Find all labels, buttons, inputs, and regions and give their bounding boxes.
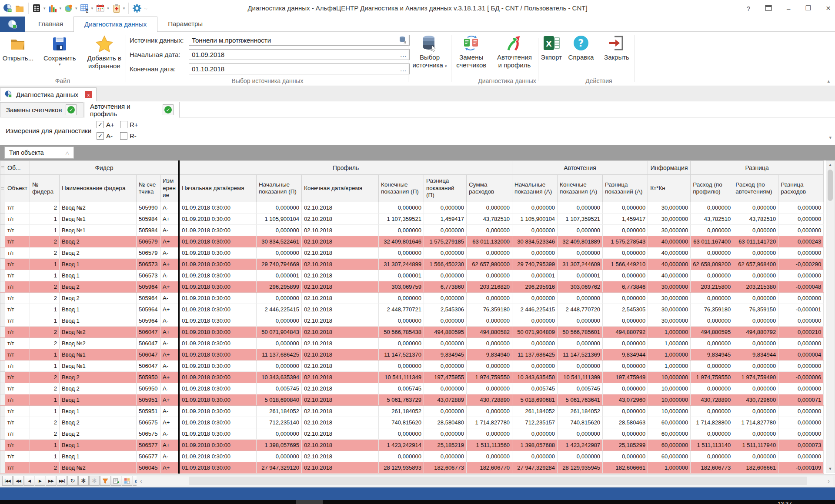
cell[interactable]: 0,005745 [379, 383, 424, 394]
cell[interactable]: 1 398,057695 [257, 440, 302, 451]
column-header[interactable]: Кт*Кн [648, 175, 691, 202]
column-header[interactable]: Разница показаний (А) [603, 175, 648, 202]
column-header[interactable]: Разница расходов [778, 175, 824, 202]
cell[interactable]: 01.09.2018 0:30:00 [179, 462, 257, 474]
cell[interactable]: Ввод №1 [60, 349, 137, 360]
cell[interactable]: 01.09.2018 0:30:00 [179, 304, 257, 315]
cell[interactable]: 01.09.2018 0:30:00 [179, 338, 257, 349]
cell[interactable]: 0,000000 [467, 293, 512, 304]
cell[interactable]: 0,000000 [733, 247, 778, 259]
cell[interactable]: 1,000000 [648, 462, 691, 474]
cell[interactable]: 11 147,521369 [558, 349, 603, 360]
cell[interactable]: 30,000000 [648, 304, 691, 315]
cell[interactable]: 63 011,141720 [733, 236, 778, 247]
cell[interactable]: 0,000000 [558, 428, 603, 440]
column-group-header[interactable]: Авточтения [512, 161, 648, 175]
cell[interactable]: 430,729600 [733, 394, 778, 406]
cell[interactable]: 203,215380 [733, 281, 778, 293]
cell[interactable]: 0,000000 [424, 202, 467, 214]
cell[interactable]: 10 343,635394 [257, 372, 302, 383]
cell[interactable]: 494,880792 [603, 327, 648, 338]
cell[interactable]: 29 740,795399 [512, 259, 558, 270]
cell[interactable]: 0,000000 [512, 428, 558, 440]
cell[interactable]: т/т [5, 349, 30, 360]
cell[interactable]: A+ [160, 417, 179, 428]
cell[interactable]: 1 105,900104 [257, 214, 302, 225]
cell[interactable]: 0,000000 [424, 428, 467, 440]
cell[interactable]: 43,072960 [603, 394, 648, 406]
cell[interactable]: 494,880582 [467, 327, 512, 338]
horizontal-scrollbar[interactable]: ‹ › [137, 476, 833, 486]
cell[interactable]: 0,000000 [603, 225, 648, 236]
taskbar-app-button[interactable] [296, 500, 323, 504]
cell[interactable]: 01.09.2018 0:30:00 [179, 236, 257, 247]
cell[interactable]: 43,072889 [424, 394, 467, 406]
cell[interactable]: 2 446,225415 [512, 304, 558, 315]
cell[interactable]: 0,000000 [257, 293, 302, 304]
cell[interactable]: A+ [160, 259, 179, 270]
cell[interactable]: 1 [30, 406, 60, 417]
cell[interactable]: 02.10.2018 [302, 236, 379, 247]
cell[interactable]: 0,000000 [379, 338, 424, 349]
cell[interactable]: 0,000000 [512, 315, 558, 327]
cell[interactable]: 182,606773 [691, 462, 733, 474]
cell[interactable]: 29 740,794669 [257, 259, 302, 270]
column-header[interactable]: Начальные показания (А) [512, 175, 558, 202]
table-row[interactable]: т/т1Ввод №1506047A+01.09.2018 0:30:0011 … [0, 349, 824, 360]
column-header[interactable]: Начальные показания (П) [257, 175, 302, 202]
cell[interactable]: 1 566,450230 [424, 259, 467, 270]
cell[interactable]: 9,834945 [424, 349, 467, 360]
cell[interactable]: 0,000000 [603, 428, 648, 440]
cell[interactable]: 0,000000 [733, 428, 778, 440]
row-indicator[interactable] [0, 259, 5, 270]
cell[interactable]: 2 [30, 236, 60, 247]
nav-refresh-button[interactable]: ↻ [67, 476, 78, 486]
cell[interactable]: 1 [30, 440, 60, 451]
cell[interactable]: 506045 [137, 462, 160, 474]
row-indicator[interactable] [0, 360, 5, 372]
cell[interactable]: 50 566,785601 [558, 327, 603, 338]
cell[interactable]: 02.10.2018 [302, 417, 379, 428]
cell[interactable]: 303,069759 [379, 281, 424, 293]
cell[interactable]: 0,000000 [733, 360, 778, 372]
table-row[interactable]: т/т2Ввод №2505990A-01.09.2018 0:30:000,0… [0, 202, 824, 214]
cell[interactable]: 0,000000 [424, 247, 467, 259]
cell[interactable]: 261,184052 [512, 406, 558, 417]
tab-parametry[interactable]: Параметры [157, 17, 213, 32]
cell[interactable]: 1 [30, 394, 60, 406]
table-row[interactable]: т/т2Ввод 2506579A+01.09.2018 0:30:0030 8… [0, 236, 824, 247]
cell[interactable]: A- [160, 202, 179, 214]
cell[interactable]: 76,359180 [691, 304, 733, 315]
cell[interactable]: 30,000000 [648, 281, 691, 293]
cell[interactable]: 261,184052 [379, 406, 424, 417]
cell[interactable]: 01.09.2018 0:30:00 [179, 383, 257, 394]
cell[interactable]: 2 [30, 338, 60, 349]
cell[interactable]: 0,000000 [512, 360, 558, 372]
cell[interactable]: 0,000243 [778, 236, 824, 247]
cell[interactable]: 506047 [137, 338, 160, 349]
cell[interactable]: 0,000000 [467, 383, 512, 394]
cell[interactable]: 506573 [137, 259, 160, 270]
cell[interactable]: 0,000000 [733, 315, 778, 327]
cell[interactable]: 0,000000 [691, 225, 733, 236]
cell[interactable]: 0,000000 [512, 293, 558, 304]
cell[interactable]: A- [160, 383, 179, 394]
source-select-button[interactable]: Выбористочника ▾ [409, 32, 451, 75]
document-tab-close-icon[interactable]: x [85, 91, 92, 98]
start-date-picker-button[interactable]: ... [400, 51, 407, 58]
row-indicator[interactable] [0, 349, 5, 360]
cell[interactable]: Ввод 2 [60, 372, 137, 383]
cell[interactable]: 40,000000 [648, 259, 691, 270]
horizontal-scroll-thumb[interactable] [189, 477, 807, 485]
cell[interactable]: 494,880792 [733, 327, 778, 338]
row-indicator[interactable] [0, 247, 5, 259]
table-row[interactable]: т/т2Ввод 2505950A-01.09.2018 0:30:000,00… [0, 383, 824, 394]
cell[interactable]: т/т [5, 451, 30, 462]
cell[interactable]: A- [160, 406, 179, 417]
row-indicator[interactable] [0, 428, 5, 440]
cell[interactable]: 30,000000 [648, 315, 691, 327]
cell[interactable]: т/т [5, 428, 30, 440]
cell[interactable]: 1 398,057688 [512, 440, 558, 451]
cell[interactable]: A+ [160, 394, 179, 406]
cell[interactable]: 60,000000 [648, 417, 691, 428]
